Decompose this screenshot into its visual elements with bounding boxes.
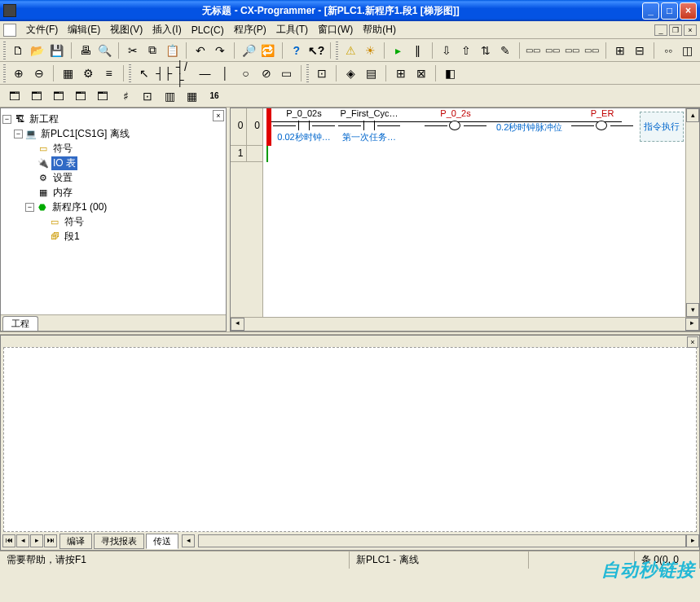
tool-c-button[interactable]: ◦◦ xyxy=(659,42,677,59)
scroll-track[interactable] xyxy=(244,318,685,331)
tree-settings[interactable]: ⚙ 设置 xyxy=(2,170,224,185)
menu-tools[interactable]: 工具(T) xyxy=(271,21,313,38)
context-help-button[interactable]: ↖? xyxy=(307,42,326,59)
contact-first-cycle[interactable]: P_First_Cyc… 第一次任务… xyxy=(338,108,400,143)
tab-project[interactable]: 工程 xyxy=(2,316,38,331)
help-info-button[interactable]: ? xyxy=(288,42,306,59)
tree-symbols[interactable]: ▭ 符号 xyxy=(2,141,224,156)
rung-header-0[interactable]: 0 0 xyxy=(231,108,262,146)
tree-root[interactable]: − 🏗 新工程 xyxy=(2,112,224,126)
project-tree[interactable]: − 🏗 新工程 − 💻 新PLC1[CS1G] 离线 ▭ 符号 🔌 IO 表 ⚙… xyxy=(1,108,226,314)
view-output-button[interactable]: 🗔 xyxy=(26,87,47,105)
tab-last-button[interactable]: ⏭ xyxy=(44,534,57,547)
save-file-button[interactable]: 💾 xyxy=(48,42,66,59)
minimize-button[interactable]: _ xyxy=(642,2,659,20)
cut-button[interactable]: ✂ xyxy=(124,42,142,59)
tab-transfer[interactable]: 传送 xyxy=(146,534,178,549)
tool-i-button[interactable]: ⊠ xyxy=(412,64,430,82)
mdi-close-button[interactable]: × xyxy=(684,24,697,36)
output-text[interactable] xyxy=(3,347,697,532)
toolbar-grip[interactable] xyxy=(3,64,6,82)
tab-prev-button[interactable]: ◂ xyxy=(16,534,29,547)
view-cross-button[interactable]: 🗔 xyxy=(92,87,113,105)
view-radix-button[interactable]: 16 xyxy=(204,87,225,105)
replace-button[interactable]: 🔁 xyxy=(259,42,277,59)
hline-button[interactable]: — xyxy=(196,64,214,82)
ladder-canvas[interactable]: 0 0 1 P_0_02s 0.02秒时钟… P_First_C xyxy=(231,108,699,331)
mdi-restore-button[interactable]: ❐ xyxy=(669,24,682,36)
copy-button[interactable]: ⧉ xyxy=(143,42,161,59)
scroll-down-button[interactable]: ▾ xyxy=(686,303,699,317)
toolbar-grip[interactable] xyxy=(306,64,309,82)
tool-f-button[interactable]: ◈ xyxy=(341,64,360,82)
tool-e-button[interactable]: ⊡ xyxy=(312,64,331,82)
online-edit-button[interactable]: ✎ xyxy=(496,42,514,59)
tool-h-button[interactable]: ⊞ xyxy=(391,64,410,82)
tree-program[interactable]: − ⬣ 新程序1 (00) xyxy=(2,200,224,214)
tree-prog-symbols[interactable]: ▭ 符号 xyxy=(2,214,224,229)
tree-plc[interactable]: − 💻 新PLC1[CS1G] 离线 xyxy=(2,126,224,141)
warning-button[interactable]: ⚠ xyxy=(341,42,359,59)
scroll-track[interactable] xyxy=(198,534,686,547)
menu-plc[interactable]: PLC(C) xyxy=(187,23,229,37)
collapse-icon[interactable]: − xyxy=(2,115,11,124)
maximize-button[interactable]: □ xyxy=(661,2,678,20)
toolbar-grip[interactable] xyxy=(336,42,338,59)
run-button[interactable]: ▸ xyxy=(390,42,407,59)
mode-debug-button[interactable]: ▭▭ xyxy=(544,42,561,59)
menu-program[interactable]: 程序(P) xyxy=(229,21,271,38)
menu-help[interactable]: 帮助(H) xyxy=(358,21,401,38)
scroll-left-button[interactable]: ◂ xyxy=(182,534,195,547)
tree-section[interactable]: 🗊 段1 xyxy=(2,229,224,244)
find-button[interactable]: 🔎 xyxy=(240,42,258,59)
mode-run-button[interactable]: ▭▭ xyxy=(583,42,601,59)
sun-icon-button[interactable]: ☀ xyxy=(361,42,379,59)
tool-a-button[interactable]: ⊞ xyxy=(611,42,629,59)
mdi-minimize-button[interactable]: _ xyxy=(654,24,667,36)
contact-p002s[interactable]: P_0_02s 0.02秒时钟… xyxy=(273,108,335,143)
view-watch-button[interactable]: 🗔 xyxy=(48,87,69,105)
horizontal-scrollbar[interactable]: ◂ ▸ xyxy=(231,317,699,331)
ladder-content[interactable]: P_0_02s 0.02秒时钟… P_First_Cyc… 第一次任务… P_0… xyxy=(263,108,685,317)
mode-monitor-button[interactable]: ▭▭ xyxy=(563,42,581,59)
pin-button[interactable]: × xyxy=(687,336,698,348)
redo-button[interactable]: ↷ xyxy=(211,42,229,59)
instruction-box[interactable]: 指令执行 xyxy=(640,112,684,142)
pin-button[interactable]: × xyxy=(213,110,224,121)
toolbar-grip[interactable] xyxy=(129,64,131,82)
tab-compile[interactable]: 编译 xyxy=(59,534,92,549)
menu-insert[interactable]: 插入(I) xyxy=(147,21,186,38)
list-button[interactable]: ≡ xyxy=(99,64,118,82)
tab-next-button[interactable]: ▸ xyxy=(30,534,43,547)
rung-header-1[interactable]: 1 xyxy=(231,146,262,162)
select-tool-button[interactable]: ↖ xyxy=(134,64,153,82)
tool-b-button[interactable]: ⊟ xyxy=(631,42,649,59)
function-button[interactable]: ▭ xyxy=(277,64,296,82)
view-n-button[interactable]: ▦ xyxy=(181,87,202,105)
undo-button[interactable]: ↶ xyxy=(192,42,209,59)
mdi-icon[interactable] xyxy=(3,24,16,37)
tool-g-button[interactable]: ▤ xyxy=(362,64,381,82)
open-file-button[interactable]: 📂 xyxy=(29,42,46,59)
coil-button[interactable]: ○ xyxy=(236,64,255,82)
menu-edit[interactable]: 编辑(E) xyxy=(63,21,105,38)
toolbar-grip[interactable] xyxy=(3,42,6,59)
scroll-up-button[interactable]: ▴ xyxy=(686,108,699,122)
view-m-button[interactable]: ▥ xyxy=(159,87,180,105)
menu-view[interactable]: 视图(V) xyxy=(105,21,147,38)
contact-no-button[interactable]: ┤├ xyxy=(155,64,174,82)
props-button[interactable]: ⚙ xyxy=(79,64,98,82)
mode-program-button[interactable]: ▭▭ xyxy=(525,42,543,59)
view-l-button[interactable]: ⊡ xyxy=(137,87,158,105)
zoom-in-button[interactable]: ⊕ xyxy=(9,64,28,82)
print-preview-button[interactable]: 🔍 xyxy=(96,42,114,59)
vertical-scrollbar[interactable]: ▴ ▾ xyxy=(685,108,699,317)
zoom-out-button[interactable]: ⊖ xyxy=(29,64,48,82)
transfer-to-plc-button[interactable]: ⇩ xyxy=(438,42,456,59)
coil-p02s[interactable]: P_0_2s xyxy=(425,108,486,143)
scroll-right-button[interactable]: ▸ xyxy=(685,318,699,331)
vline-button[interactable]: │ xyxy=(216,64,235,82)
tree-io-table[interactable]: 🔌 IO 表 xyxy=(2,156,224,170)
tree-memory[interactable]: ▦ 内存 xyxy=(2,185,224,200)
scroll-right-button[interactable]: ▸ xyxy=(686,534,699,547)
